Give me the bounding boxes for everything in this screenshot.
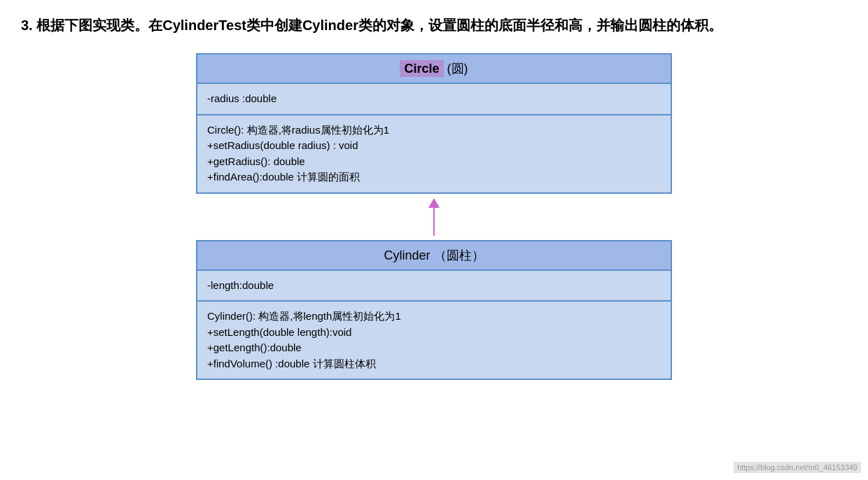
- circle-methods-section: Circle(): 构造器,将radius属性初始化为1 +setRadius(…: [197, 115, 671, 192]
- heading: 3. 根据下图实现类。在CylinderTest类中创建Cylinder类的对象…: [21, 14, 847, 36]
- cylinder-method-1: +setLength(double length):void: [207, 325, 661, 341]
- circle-class-name-highlight: Circle: [400, 60, 443, 77]
- inheritance-arrow: [428, 198, 440, 236]
- arrow-line: [433, 208, 435, 236]
- cylinder-class-name: Cylinder （圆柱）: [384, 248, 484, 262]
- cylinder-attribute-0: -length:double: [207, 278, 661, 294]
- cylinder-method-3: +findVolume() :double 计算圆柱体积: [207, 356, 661, 372]
- circle-method-2: +getRadius(): double: [207, 154, 661, 170]
- cylinder-method-0: Cylinder(): 构造器,将length属性初始化为1: [207, 309, 661, 325]
- cylinder-methods-section: Cylinder(): 构造器,将length属性初始化为1 +setLengt…: [197, 302, 671, 379]
- circle-method-0: Circle(): 构造器,将radius属性初始化为1: [207, 122, 661, 139]
- cylinder-method-2: +getLength():double: [207, 340, 661, 356]
- cylinder-class-box: Cylinder （圆柱） -length:double Cylinder():…: [196, 240, 672, 381]
- arrow-head-icon: [428, 198, 440, 208]
- circle-class-name-rest: (圆): [444, 62, 468, 76]
- circle-class-box: Circle (圆) -radius :double Circle(): 构造器…: [196, 53, 672, 194]
- cylinder-class-header: Cylinder （圆柱）: [197, 241, 671, 271]
- circle-method-1: +setRadius(double radius) : void: [207, 138, 661, 154]
- cylinder-attributes-section: -length:double: [197, 271, 671, 302]
- circle-method-3: +findArea():double 计算圆的面积: [207, 169, 661, 185]
- circle-attribute-0: -radius :double: [207, 91, 661, 107]
- circle-class-header: Circle (圆): [197, 55, 671, 84]
- circle-attributes-section: -radius :double: [197, 84, 671, 115]
- page-content: 3. 根据下图实现类。在CylinderTest类中创建Cylinder类的对象…: [21, 14, 847, 380]
- diagram-container: Circle (圆) -radius :double Circle(): 构造器…: [21, 53, 847, 380]
